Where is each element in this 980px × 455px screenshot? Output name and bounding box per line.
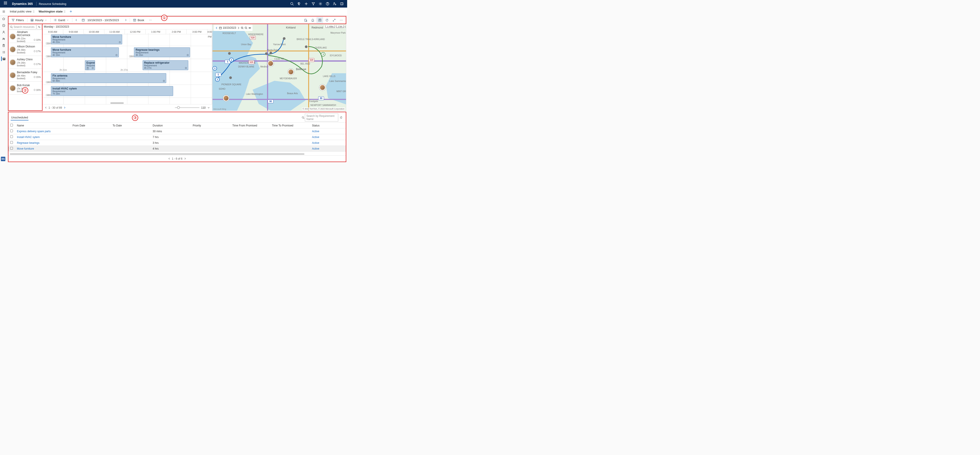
row-checkbox[interactable] <box>10 141 13 144</box>
app-badge[interactable]: RS <box>1 157 5 161</box>
filter-icon[interactable] <box>310 0 317 8</box>
list-icon[interactable] <box>2 50 6 54</box>
notifications-icon[interactable] <box>309 17 316 23</box>
map-point[interactable] <box>265 52 268 55</box>
map-eye-icon[interactable] <box>248 27 251 29</box>
col-to-date[interactable]: To Date <box>111 123 151 129</box>
find-availability-icon[interactable] <box>317 17 323 23</box>
table-scrollbar[interactable] <box>10 153 344 155</box>
status-link[interactable]: Active <box>312 142 319 145</box>
travel-segment[interactable]: 19m <box>46 81 51 83</box>
sort-resources-button[interactable] <box>37 24 41 29</box>
booking-install-hvac[interactable]: Install HVAC sytemRequirement7h 16m <box>51 86 173 96</box>
row-checkbox[interactable] <box>10 130 13 132</box>
row-checkbox[interactable] <box>10 147 13 150</box>
map-avatar[interactable] <box>267 60 274 67</box>
pager-prev-icon[interactable] <box>45 107 47 109</box>
search-requirements-input[interactable]: Search by Requirement Name <box>305 113 338 121</box>
prev-range-button[interactable] <box>74 19 79 21</box>
tab-washington-state[interactable]: Washington state <box>37 8 68 14</box>
zoom-slider[interactable] <box>175 107 199 108</box>
refresh-requirements-button[interactable] <box>339 116 344 119</box>
map-point[interactable] <box>229 76 232 79</box>
timeline-row[interactable]: 19m Move furnitureRequirement4h 15m 15m … <box>43 46 212 59</box>
table-row[interactable]: Move furniture4 hrsActive <box>8 146 346 151</box>
search-icon[interactable] <box>302 116 304 119</box>
col-status[interactable]: Status <box>310 123 346 129</box>
booking-move-furniture[interactable]: Move furnitureRequirement4h 15m <box>51 48 119 57</box>
tab-unscheduled[interactable]: Unscheduled <box>11 115 29 121</box>
help-icon[interactable] <box>324 0 331 8</box>
more-actions-button[interactable] <box>147 18 154 22</box>
date-range-button[interactable]: 10/19/2023 - 10/25/2023 <box>80 18 123 23</box>
table-row[interactable]: Install HVAC sytem7 hrsActive <box>8 134 346 140</box>
personalize-icon[interactable] <box>331 0 338 8</box>
col-priority[interactable]: Priority <box>191 123 231 129</box>
next-range-button[interactable] <box>123 19 129 21</box>
timeline-row[interactable]: 19m Fix antennaRequirement6h 49m <box>43 72 212 85</box>
view-type-dropdown[interactable]: Gantt <box>52 18 71 23</box>
tab-grip-icon[interactable] <box>33 11 34 13</box>
drag-handle-icon[interactable] <box>8 147 10 151</box>
status-link[interactable]: Active <box>312 147 319 150</box>
booking-replace-refrigerator[interactable]: Replace refrigeratorRequirement4h 27m <box>143 60 188 70</box>
map-pin-3[interactable]: 3 <box>213 66 217 70</box>
timeline-row[interactable]: 2h 31m ExpressRequirem3h 01m 2h 27m Repl… <box>43 59 212 72</box>
booking-fix-antenna[interactable]: Fix antennaRequirement6h 49m <box>51 73 166 83</box>
map-prev-icon[interactable] <box>215 27 218 29</box>
booking-regrease-bearings[interactable]: Regrease bearingsRequirement3h 15m <box>134 48 190 57</box>
row-checkbox[interactable] <box>10 135 13 138</box>
map-point[interactable] <box>305 45 307 48</box>
map-calendar-icon[interactable] <box>219 27 222 29</box>
status-link[interactable]: Active <box>312 130 319 133</box>
map-avatar[interactable] <box>288 69 294 75</box>
tab-initial-view[interactable]: Initial public view <box>8 8 37 14</box>
timeline-row[interactable]: 16m Install HVAC sytemRequirement7h 16m <box>43 85 212 98</box>
status-link[interactable]: Active <box>312 135 319 139</box>
requirement-link[interactable]: Express delivery spare parts <box>17 130 51 133</box>
schedule-board-icon[interactable] <box>1 57 6 61</box>
pager-next-icon[interactable] <box>64 107 66 109</box>
map-point[interactable] <box>228 52 231 55</box>
people-icon[interactable] <box>2 37 6 41</box>
timeline[interactable]: Monday - 10/23/2023 8:00 AM9:00 AM10:00 … <box>43 24 212 111</box>
resource-item[interactable]: Abraham McCormick(4h 22m booked) 10% <box>8 30 42 43</box>
settings-icon[interactable] <box>317 0 324 8</box>
booking-express[interactable]: ExpressRequirem3h 01m <box>85 60 95 70</box>
col-from-date[interactable]: From Date <box>71 123 111 129</box>
overflow-icon[interactable] <box>338 17 344 23</box>
map-avatar[interactable] <box>223 95 229 101</box>
map-point[interactable] <box>269 52 272 54</box>
refresh-icon[interactable] <box>323 17 330 23</box>
fullscreen-icon[interactable] <box>331 17 337 23</box>
select-all-checkbox[interactable] <box>10 124 13 126</box>
col-name[interactable]: Name <box>15 123 71 129</box>
search-resources-input[interactable]: Search resources <box>9 24 36 29</box>
col-time-from-promised[interactable]: Time From Promised <box>231 123 270 129</box>
table-row[interactable]: Regrease bearings3 hrsActive <box>8 140 346 146</box>
map-next-icon[interactable] <box>237 27 240 29</box>
add-icon[interactable] <box>302 0 310 8</box>
time-scale-dropdown[interactable]: Hourly <box>29 18 49 23</box>
resource-item[interactable]: Bernadette Foley(6h 49m booked) 15% <box>8 69 42 82</box>
map-avatar[interactable] <box>319 84 326 91</box>
travel-segment[interactable]: 19m <box>46 56 51 57</box>
col-time-to-promised[interactable]: Time To Promised <box>270 123 310 129</box>
book-button[interactable]: Book <box>131 18 146 23</box>
person-icon[interactable] <box>2 30 6 34</box>
timeline-row[interactable]: 22m Move furniture Requirement 4h 22m <box>43 33 212 46</box>
panel-toggle-icon[interactable] <box>338 0 345 8</box>
travel-segment[interactable]: 16m <box>46 94 51 96</box>
actions-clipboard-icon[interactable] <box>302 17 309 23</box>
add-tab-button[interactable] <box>67 10 74 13</box>
map-panel[interactable]: 10/23/2023 1 miles1 km Kirkland Redmond … <box>212 24 346 111</box>
requirement-link[interactable]: Install HVAC sytem <box>17 135 40 139</box>
filters-button[interactable]: Filters <box>10 18 26 23</box>
home-icon[interactable] <box>2 16 6 21</box>
map-pin-1[interactable]: 1 <box>229 58 234 62</box>
recent-icon[interactable] <box>2 23 6 28</box>
map-zoom-out-icon[interactable] <box>245 27 247 29</box>
requirement-link[interactable]: Regrease bearings <box>17 142 40 145</box>
map-zoom-in-icon[interactable] <box>241 27 243 29</box>
resource-item[interactable]: Ashley Chinn(7h 28m booked) 17% <box>8 56 42 69</box>
